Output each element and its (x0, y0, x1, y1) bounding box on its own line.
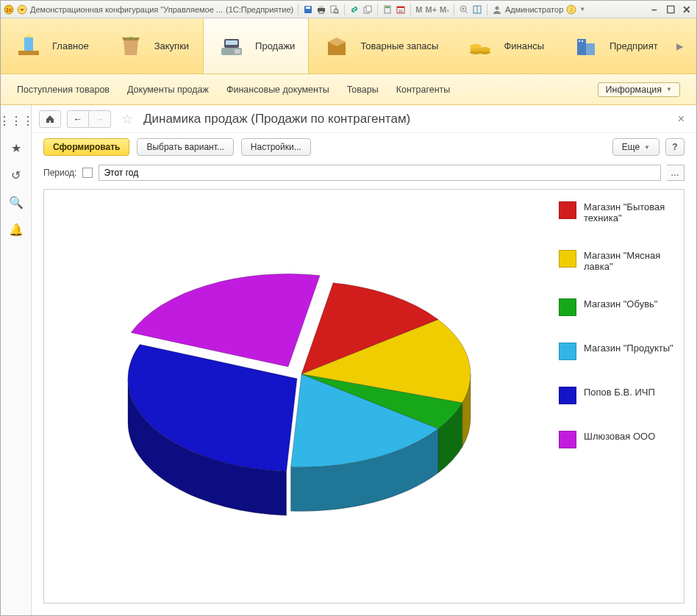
more-label: Еще (622, 142, 640, 152)
legend-item[interactable]: Шлюзовая ООО (559, 431, 676, 448)
copy-icon[interactable] (362, 4, 373, 15)
app-window: 1c Демонстрационная конфигурация "Управл… (0, 0, 697, 616)
legend-label: Магазин "Мясная лавка" (584, 250, 676, 272)
section-label: Главное (52, 40, 89, 51)
zoom-icon[interactable] (459, 4, 469, 15)
legend-swatch (559, 343, 576, 360)
generate-button[interactable]: Сформировать (43, 138, 129, 156)
app-logo-icon: 1c (4, 4, 14, 15)
dropdown-icon[interactable] (17, 4, 27, 15)
home-button[interactable] (39, 110, 61, 128)
information-label: Информация (606, 85, 662, 95)
section-label: Товарные запасы (360, 40, 438, 51)
notifications-icon[interactable]: 🔔 (9, 223, 24, 237)
tab-header: ← → ☆ Динамика продаж (Продажи по контра… (32, 105, 696, 133)
print-icon[interactable] (316, 4, 326, 15)
calendar-icon[interactable]: 31 (396, 4, 406, 15)
section-stock[interactable]: Товарные запасы (309, 18, 452, 74)
svg-rect-14 (385, 7, 390, 8)
legend-item[interactable]: Магазин "Мясная лавка" (559, 250, 676, 272)
history-icon[interactable]: ↺ (11, 168, 21, 182)
section-main[interactable]: Главное (1, 18, 103, 74)
save-icon[interactable] (303, 4, 313, 15)
back-button[interactable]: ← (67, 110, 89, 128)
separator (454, 4, 454, 15)
legend-item[interactable]: Магазин "Бытовая техника" (559, 201, 676, 223)
svg-line-19 (465, 11, 468, 13)
section-label: Предприят (610, 40, 658, 51)
section-sales[interactable]: Продажи (203, 18, 309, 74)
search-icon[interactable]: 🔍 (9, 196, 24, 209)
close-button[interactable]: ✕ (680, 3, 693, 16)
separator (410, 4, 411, 15)
legend-item[interactable]: Попов Б.В. ИЧП (559, 387, 676, 404)
chart-canvas: Магазин "Бытовая техника"Магазин "Мясная… (43, 189, 685, 604)
toolbar: Сформировать Выбрать вариант... Настройк… (32, 133, 696, 161)
legend-item[interactable]: Магазин "Продукты" (559, 343, 676, 360)
sections-scroll-right[interactable]: ▶ (672, 18, 687, 74)
panels-icon[interactable] (472, 4, 482, 15)
legend-swatch (559, 431, 576, 448)
subnav-item[interactable]: Товары (347, 85, 379, 95)
legend-label: Магазин "Бытовая техника" (584, 201, 676, 223)
subnav-item[interactable]: Финансовые документы (226, 85, 329, 95)
link-icon[interactable] (349, 4, 360, 15)
svg-point-24 (495, 6, 498, 10)
purchasing-section-icon (116, 32, 146, 61)
calculator-icon[interactable] (382, 4, 393, 15)
period-row: Период: … (32, 161, 696, 185)
chevron-down-icon: ▼ (666, 86, 672, 93)
svg-rect-4 (306, 7, 310, 9)
svg-rect-12 (366, 6, 371, 12)
legend-label: Попов Б.В. ИЧП (584, 387, 655, 398)
settings-button[interactable]: Настройки... (241, 138, 311, 156)
information-button[interactable]: Информация ▼ (598, 82, 680, 97)
apps-icon[interactable]: ⋮⋮⋮ (0, 114, 34, 128)
svg-rect-43 (582, 40, 583, 42)
svg-rect-7 (319, 11, 324, 13)
svg-rect-27 (18, 51, 39, 55)
preview-icon[interactable] (329, 4, 340, 15)
product-label: (1С:Предприятие) (226, 5, 293, 14)
legend-label: Магазин "Продукты" (584, 343, 673, 354)
section-purchasing[interactable]: Закупки (103, 18, 203, 74)
more-button[interactable]: Еще ▼ (612, 138, 660, 156)
content: ← → ☆ Динамика продаж (Продажи по контра… (32, 105, 696, 615)
legend-label: Шлюзовая ООО (584, 431, 655, 442)
period-picker-button[interactable]: … (667, 165, 685, 181)
m-button[interactable]: M (415, 5, 422, 14)
user-label[interactable]: Администратор (505, 5, 563, 14)
svg-rect-41 (586, 43, 595, 55)
svg-rect-31 (226, 40, 237, 45)
subnav-item[interactable]: Поступления товаров (17, 85, 110, 95)
sidebar: ⋮⋮⋮ ★ ↺ 🔍 🔔 (1, 105, 32, 615)
mplus-button[interactable]: M+ (425, 5, 437, 14)
favorite-icon[interactable]: ★ (11, 141, 21, 155)
subnav-item[interactable]: Документы продаж (127, 85, 209, 95)
svg-line-10 (337, 12, 339, 14)
section-finance[interactable]: Финансы (452, 18, 558, 74)
close-tab-button[interactable]: × (678, 112, 685, 126)
period-checkbox[interactable] (82, 168, 93, 178)
info-icon[interactable]: i (566, 4, 576, 15)
separator (377, 4, 378, 15)
page-title: Динамика продаж (Продажи по контрагентам… (143, 112, 410, 126)
chart-legend: Магазин "Бытовая техника"Магазин "Мясная… (559, 190, 684, 603)
mminus-button[interactable]: M- (440, 5, 449, 14)
subnav-item[interactable]: Контрагенты (396, 85, 451, 95)
star-icon[interactable]: ☆ (121, 111, 133, 127)
minimize-button[interactable]: – (648, 3, 661, 16)
svg-rect-42 (579, 40, 580, 42)
legend-item[interactable]: Магазин "Обувь" (559, 298, 676, 316)
info-dropdown-icon[interactable]: ▼ (579, 6, 585, 12)
section-enterprise[interactable]: Предприят (558, 18, 672, 74)
chevron-down-icon: ▼ (644, 144, 650, 151)
forward-button[interactable]: → (89, 110, 111, 128)
svg-rect-32 (235, 49, 240, 54)
select-variant-button[interactable]: Выбрать вариант... (137, 138, 233, 156)
user-icon (492, 4, 502, 15)
help-button[interactable]: ? (665, 138, 685, 156)
period-input[interactable] (99, 165, 661, 181)
separator (298, 4, 299, 15)
maximize-button[interactable]: ☐ (664, 3, 677, 16)
